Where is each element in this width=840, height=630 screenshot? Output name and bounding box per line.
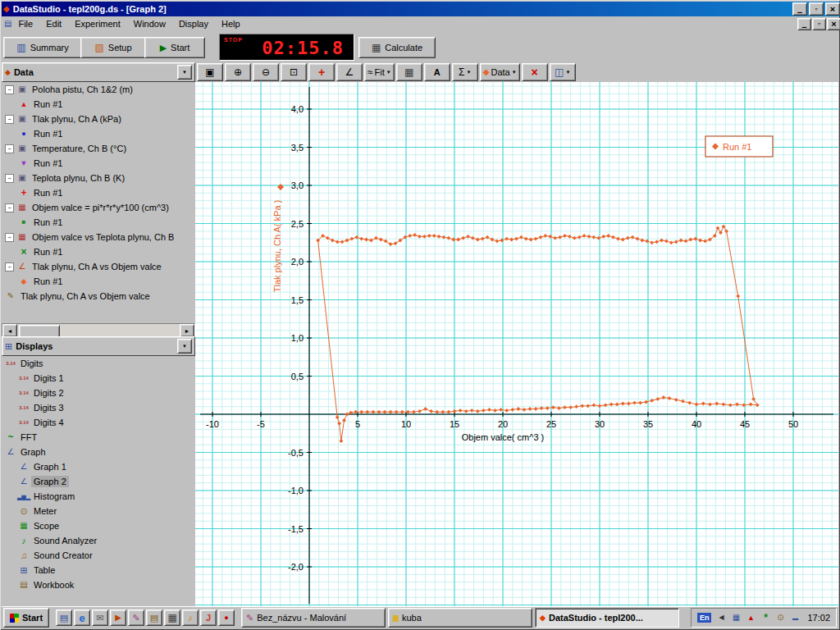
quicklaunch-paint-button[interactable]: ✎ [128,609,144,626]
data-tree-item[interactable]: ▼ Run #1 [2,156,195,171]
tray-display[interactable]: ▦ [730,612,742,623]
menu-item[interactable]: Edit [39,17,68,30]
data-tree-item[interactable]: − ▣ Teplota plynu, Ch B (K) [2,171,195,185]
display-tree-item[interactable]: ∠ Graph 2 [2,474,195,489]
mdi-close-button[interactable]: × [827,18,840,30]
display-tree-item[interactable]: ~ FFT [2,430,195,445]
expand-box[interactable]: − [5,85,14,94]
task-button-kuba[interactable]: ▆ kuba [388,608,532,628]
menu-item[interactable]: File [11,17,39,30]
data-tree-item[interactable]: − ∠ Tlak plynu, Ch A vs Objem valce [2,259,195,274]
expand-box[interactable]: − [5,115,14,124]
expand-box[interactable]: − [5,233,14,242]
display-tree-item[interactable]: ♪ Sound Analyzer [2,533,195,548]
menu-item[interactable]: Experiment [68,17,127,30]
taskbar-clock[interactable]: 17:02 [807,613,830,623]
quicklaunch-antivirus-button[interactable]: ● [218,609,235,626]
delete-button[interactable]: × [522,63,548,81]
start-button[interactable]: Start [3,608,49,628]
data-panel-menu-button[interactable]: ▼ [177,65,192,80]
keyboard-layout-indicator[interactable]: En [697,613,712,623]
calculate-button[interactable]: ▦ Calculate [358,37,436,58]
data-tree-item[interactable]: ▲ Run #1 [2,97,195,112]
data-tree-item[interactable]: ◆ Run #1 [2,274,195,289]
data-tree-item[interactable]: − ▣ Poloha pistu, Ch 1&2 (m) [2,82,195,97]
zoom-select-button[interactable]: ⊡ [281,63,307,81]
data-tree-item[interactable]: ● Run #1 [2,126,195,141]
y-axis-title[interactable]: Tlak plynu, Ch A( kPa ) [272,200,282,293]
display-tree-item[interactable]: ♫ Sound Creator [2,548,195,563]
data-tree-item[interactable]: ✎ Tlak plynu, Ch A vs Objem valce [2,289,195,304]
scroll-left-button[interactable]: ◄ [2,324,17,337]
graph-settings-button[interactable]: ◫ ▼ [550,63,576,81]
setup-button[interactable]: ▧ Setup [80,37,146,58]
scale-to-fit-button[interactable]: ▣ [197,63,223,81]
data-menu-button[interactable]: ◆ Data ▼ [480,63,520,81]
task-button-paint[interactable]: ✎ Bez_názvu - Malování [241,608,386,628]
quicklaunch-media-player-button[interactable]: ▶ [110,609,126,626]
tray-volume[interactable]: ◀ [715,612,727,623]
data-tree-item[interactable]: − ▣ Tlak plynu, Ch A (kPa) [2,112,195,126]
quicklaunch-calculator-button[interactable]: ▦ [164,609,180,626]
fit-menu-button[interactable]: ≈ Fit ▼ [364,63,395,81]
expand-box[interactable]: − [5,144,14,153]
display-tree-item[interactable]: ⊙ Meter [2,504,195,518]
slope-tool-button[interactable]: ∠ [336,63,363,81]
series-run-1[interactable] [316,225,760,443]
quicklaunch-ie-button[interactable]: e [74,609,90,626]
data-tree-item[interactable]: − ▦ Objem valce = pi*r*r*y*100 (cm^3) [2,200,195,215]
mdi-restore-button[interactable]: ▫ [812,18,826,30]
data-tree-item[interactable]: + Run #1 [2,185,195,200]
menu-item[interactable]: Window [127,17,172,30]
scroll-right-button[interactable]: ► [180,324,194,337]
x-axis-title[interactable]: Objem valce( cm^3 ) [462,432,545,442]
statistics-menu-button[interactable]: Σ ▼ [452,63,478,81]
graph-plot-area[interactable]: -10-551015202530354045504,03,53,02,52,01… [195,82,838,609]
calculator-button[interactable]: ▦ [396,63,422,81]
tray-messenger[interactable]: * [760,612,771,623]
quicklaunch-notepad-button[interactable]: ▤ [146,609,162,626]
display-tree-item[interactable]: ▤ Workbook [2,578,195,592]
restore-button[interactable]: ▫ [809,2,824,16]
display-tree-item[interactable]: 3.14 Digits 4 [2,415,195,430]
tray-antivirus[interactable]: ▲ [745,612,756,623]
display-tree-item[interactable]: ▃▆▂ Histogram [2,489,195,504]
legend[interactable]: Run #1 [705,136,773,157]
task-button-datastudio[interactable]: ◆ DataStudio - tepl200... [535,608,679,628]
zoom-in-button[interactable]: ⊕ [225,63,251,81]
display-tree-item[interactable]: 3.14 Digits 3 [2,400,195,415]
scrollbar-track[interactable] [17,325,180,336]
display-tree-item[interactable]: 3.14 Digits [2,356,195,371]
text-note-button[interactable]: A [424,63,450,81]
expand-box[interactable]: − [5,262,14,272]
tray-scheduler[interactable]: ⊙ [774,612,786,623]
data-tree-item[interactable]: ■ Run #1 [2,215,195,230]
menu-item[interactable]: Display [172,17,215,30]
minimize-button[interactable]: ▁ [792,2,807,16]
data-tree-item[interactable]: − ▣ Temperature, Ch B (°C) [2,141,195,156]
zoom-out-button[interactable]: ⊖ [253,63,279,81]
summary-button[interactable]: ▥ Summary [3,37,82,58]
quicklaunch-show-desktop-button[interactable]: ▤ [56,609,72,626]
expand-box[interactable]: − [5,174,14,183]
menu-item[interactable]: Help [215,17,247,30]
display-tree-item[interactable]: 3.14 Digits 1 [2,371,195,386]
display-tree-item[interactable]: ∠ Graph 1 [2,459,195,474]
quicklaunch-mail-button[interactable]: ✉ [92,609,108,626]
data-tree-item[interactable]: × Run #1 [2,244,195,259]
smart-tool-button[interactable]: + [308,63,335,81]
expand-box[interactable]: − [5,203,14,212]
display-tree-item[interactable]: 3.14 Digits 2 [2,386,195,400]
start-button-toolbar[interactable]: ▶ Start [144,37,205,58]
display-tree-item[interactable]: ∠ Graph [2,445,195,459]
close-button[interactable]: × [825,2,840,16]
data-tree-item[interactable]: − ▦ Objem valce vs Teplota plynu, Ch B [2,230,195,244]
quicklaunch-winamp-button[interactable]: ♪ [182,609,199,626]
display-tree-item[interactable]: ⊞ Table [2,563,195,578]
displays-panel-menu-button[interactable]: ▼ [177,339,192,354]
mdi-minimize-button[interactable]: ▁ [797,18,811,30]
quicklaunch-java-button[interactable]: J [200,609,217,626]
display-tree-item[interactable]: ▦ Scope [2,518,195,533]
tray-network[interactable]: ▬ [789,612,801,623]
graph-plot[interactable]: -10-551015202530354045504,03,53,02,52,01… [195,82,838,609]
